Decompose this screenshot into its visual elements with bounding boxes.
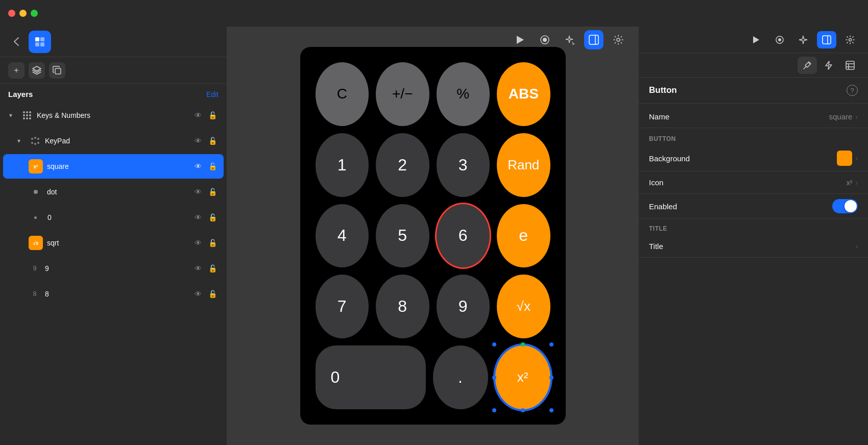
copy-icon-button[interactable]: [49, 62, 65, 79]
panel-view-button[interactable]: [29, 31, 51, 53]
lock-icon[interactable]: 🔓: [207, 162, 218, 170]
calc-btn-abs[interactable]: ABS: [497, 62, 550, 126]
edit-button[interactable]: Edit: [206, 90, 219, 98]
calc-btn-1[interactable]: 1: [316, 133, 369, 197]
play-right-button[interactable]: [746, 31, 766, 48]
name-value-text: square: [829, 112, 852, 121]
settings-right-button[interactable]: [840, 31, 860, 48]
visibility-icon[interactable]: 👁: [193, 239, 203, 247]
layer-item-dot[interactable]: dot 👁 🔓: [3, 180, 224, 204]
left-sidebar: + Layers Edit ▾: [0, 27, 227, 445]
svg-point-18: [34, 143, 36, 145]
title-property-row[interactable]: Title ›: [639, 235, 868, 258]
layer-item-zero[interactable]: 0 👁 🔓: [3, 205, 224, 230]
svg-rect-1: [40, 37, 44, 41]
calc-btn-4[interactable]: 4: [316, 204, 369, 268]
calc-btn-square[interactable]: x²: [495, 345, 550, 409]
calc-btn-2[interactable]: 2: [376, 133, 429, 197]
calc-btn-7[interactable]: 7: [316, 275, 369, 338]
layer-item-square[interactable]: x² square 👁 🔓: [3, 154, 224, 179]
calc-btn-rand[interactable]: Rand: [497, 133, 550, 197]
visibility-icon[interactable]: 👁: [193, 188, 203, 196]
minimize-button[interactable]: [19, 10, 27, 17]
magic-wand-button[interactable]: [560, 30, 579, 50]
visibility-icon[interactable]: 👁: [193, 137, 203, 145]
svg-point-14: [31, 138, 33, 140]
layer-item-keypad[interactable]: ▾ KeyPad 👁 🔓: [3, 129, 224, 153]
calc-btn-sqrt[interactable]: √x: [497, 275, 550, 338]
enabled-toggle[interactable]: [832, 199, 858, 213]
layer-name-sqrt: sqrt: [47, 239, 189, 247]
lock-icon[interactable]: 🔓: [207, 239, 218, 247]
layer-name-square: square: [47, 162, 189, 170]
layer-controls-eight: 👁 🔓: [193, 290, 218, 298]
play-button[interactable]: [511, 30, 530, 50]
title-section-header: TITLE: [639, 219, 868, 235]
lock-icon[interactable]: 🔓: [207, 111, 218, 119]
layer-item-sqrt[interactable]: √x sqrt 👁 🔓: [3, 231, 224, 255]
magic-right-button[interactable]: [793, 31, 813, 48]
layer-controls-sqrt: 👁 🔓: [193, 239, 218, 247]
calc-btn-6[interactable]: 6: [437, 204, 490, 268]
back-button[interactable]: [8, 34, 25, 50]
lock-icon[interactable]: 🔓: [207, 137, 218, 145]
layer-controls-nine: 👁 🔓: [193, 264, 218, 273]
record-button[interactable]: [535, 30, 554, 50]
svg-point-10: [29, 114, 31, 116]
background-property-row[interactable]: Background ›: [639, 145, 868, 171]
visibility-icon[interactable]: 👁: [193, 213, 203, 221]
layers-icon-button[interactable]: [29, 62, 45, 79]
chevron-right-icon: ›: [855, 179, 858, 187]
lock-icon[interactable]: 🔓: [207, 264, 218, 273]
calc-btn-5[interactable]: 5: [376, 204, 429, 268]
calc-btn-3[interactable]: 3: [437, 133, 490, 197]
visibility-icon[interactable]: 👁: [193, 290, 203, 298]
lightning-button[interactable]: [819, 57, 838, 74]
traffic-lights: [8, 10, 38, 17]
visibility-icon[interactable]: 👁: [193, 264, 203, 273]
lock-icon[interactable]: 🔓: [207, 213, 218, 221]
panel-toggle-button[interactable]: [584, 30, 604, 50]
panel-right-button[interactable]: [817, 31, 836, 48]
chevron-right-icon: ›: [855, 242, 858, 251]
visibility-icon[interactable]: 👁: [193, 111, 203, 119]
lock-icon[interactable]: 🔓: [207, 290, 218, 298]
fullscreen-button[interactable]: [31, 10, 38, 17]
record-right-button[interactable]: [770, 31, 789, 48]
divider-1: [639, 103, 868, 104]
main-layout: + Layers Edit ▾: [0, 27, 868, 445]
enabled-property-row: Enabled: [639, 194, 868, 219]
calculator-preview: C +/− % ABS 1 2 3 Rand 4 5 6 e 7: [300, 47, 566, 425]
layer-item-eight[interactable]: 8 8 👁 🔓: [3, 282, 224, 306]
calc-btn-8[interactable]: 8: [376, 275, 429, 338]
help-button[interactable]: ?: [847, 85, 858, 96]
svg-point-11: [23, 117, 25, 119]
calc-btn-9[interactable]: 9: [437, 275, 490, 338]
calc-btn-plus-minus[interactable]: +/−: [376, 62, 429, 126]
svg-point-9: [26, 114, 28, 116]
canvas-area: C +/− % ABS 1 2 3 Rand 4 5 6 e 7: [227, 27, 638, 445]
layers-icon: [32, 66, 41, 75]
calc-btn-c[interactable]: C: [316, 62, 369, 126]
calc-btn-e[interactable]: e: [497, 204, 550, 268]
svg-point-13: [29, 117, 31, 119]
add-layer-button[interactable]: +: [8, 62, 25, 79]
keypad-layer-icon: [30, 135, 41, 146]
pin-button[interactable]: [798, 57, 817, 74]
icon-property-row[interactable]: Icon x² ›: [639, 171, 868, 194]
sidebar-top-toolbar: [0, 27, 227, 57]
lock-icon[interactable]: 🔓: [207, 188, 218, 196]
settings-button[interactable]: [609, 30, 628, 50]
table-view-button[interactable]: [840, 57, 860, 74]
calc-btn-dot[interactable]: .: [433, 345, 488, 409]
layer-toolbar: +: [0, 57, 227, 84]
visibility-icon[interactable]: 👁: [193, 162, 203, 170]
square-layer-icon: x²: [29, 159, 43, 174]
layer-item-nine[interactable]: 9 9 👁 🔓: [3, 256, 224, 281]
layer-item-keys-numbers[interactable]: ▾ Keys & Numbers 👁 🔓: [3, 103, 224, 128]
calc-btn-percent[interactable]: %: [437, 62, 490, 126]
background-color-swatch[interactable]: [837, 151, 852, 166]
close-button[interactable]: [8, 10, 15, 17]
calc-btn-zero[interactable]: 0: [316, 345, 426, 409]
titlebar: [0, 0, 868, 27]
